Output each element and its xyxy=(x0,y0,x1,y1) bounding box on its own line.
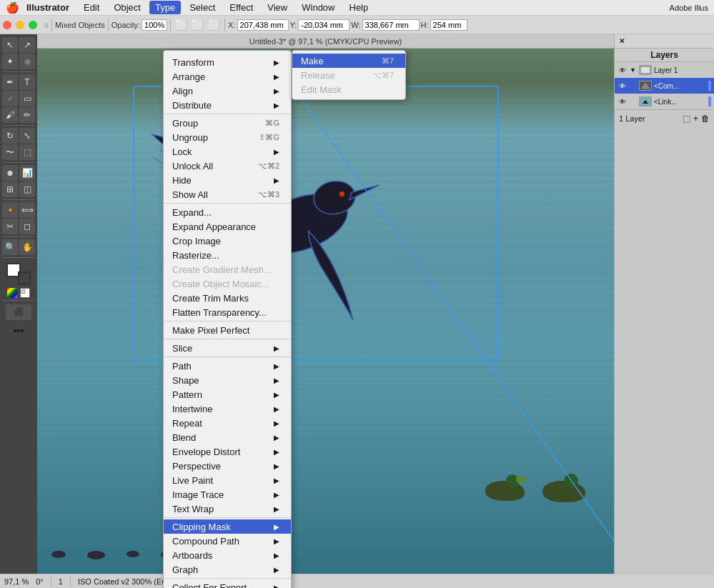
lasso-tool[interactable]: ⌾ xyxy=(19,54,35,69)
pencil-tool[interactable]: ✏ xyxy=(19,107,35,123)
layer-row-link[interactable]: 👁 <Link... xyxy=(615,94,714,109)
layer-row-com[interactable]: 👁 <Com... xyxy=(615,78,714,94)
menu-item-rasterize[interactable]: Rasterize... xyxy=(164,248,291,262)
menu-type[interactable]: Select xyxy=(184,1,221,14)
menu-item-graph[interactable]: Graph ▶ xyxy=(164,562,291,577)
minimize-button[interactable] xyxy=(16,21,24,29)
apple-menu[interactable]: 🍎 xyxy=(6,1,19,14)
symbol-sprayer-tool[interactable]: ☻ xyxy=(2,165,18,181)
menu-item-lock[interactable]: Lock ▶ xyxy=(164,144,291,159)
menu-item-crop-image[interactable]: Crop Image xyxy=(164,234,291,248)
select-tool[interactable]: ↖ xyxy=(2,37,18,53)
menu-item-hide[interactable]: Hide ▶ xyxy=(164,173,291,187)
menu-item-trim-marks[interactable]: Create Trim Marks xyxy=(164,291,291,305)
layer-expand-arrow[interactable]: ▼ xyxy=(630,66,637,74)
menu-item-expand[interactable]: Expand... xyxy=(164,205,291,219)
x-input[interactable] xyxy=(237,19,289,31)
maximize-button[interactable] xyxy=(29,21,37,29)
menu-item-show-all[interactable]: Show All ⌥⌘3 xyxy=(164,187,291,201)
menu-item-repeat[interactable]: Repeat ▶ xyxy=(164,416,291,430)
menu-select[interactable]: Effect xyxy=(224,1,259,14)
app-name: Illustrator xyxy=(26,2,69,13)
eraser-tool[interactable]: ◻ xyxy=(19,219,35,234)
menu-item-unlock-all[interactable]: Unlock All ⌥⌘2 xyxy=(164,159,291,173)
menu-item-align[interactable]: Align ▶ xyxy=(164,84,291,98)
menu-item-compound-path[interactable]: Compound Path ▶ xyxy=(164,534,291,548)
color-mode-icon[interactable] xyxy=(7,288,17,298)
menu-item-intertwine[interactable]: Intertwine ▶ xyxy=(164,402,291,416)
menu-item-live-paint[interactable]: Live Paint ▶ xyxy=(164,473,291,487)
menu-item-collect-export[interactable]: Collect For Export ▶ xyxy=(164,580,291,588)
delete-layer-icon[interactable]: 🗑 xyxy=(701,114,710,124)
menu-effect[interactable]: View xyxy=(262,1,293,14)
menu-item-path[interactable]: Path ▶ xyxy=(164,359,291,373)
line-tool[interactable]: ⟋ xyxy=(2,91,18,106)
menu-window[interactable]: Help xyxy=(344,1,375,14)
blend-tool[interactable]: ⟺ xyxy=(19,202,35,218)
mesh-tool[interactable]: ⊞ xyxy=(2,181,18,197)
menu-item-expand-appearance[interactable]: Expand Appearance xyxy=(164,219,291,234)
artboard-tool[interactable]: ⬛ xyxy=(6,304,31,320)
menu-help[interactable] xyxy=(377,6,388,9)
menu-item-artboards[interactable]: Artboards ▶ xyxy=(164,548,291,562)
make-clipping-icon[interactable]: ⬚ xyxy=(683,114,690,124)
menu-item-perspective[interactable]: Perspective ▶ xyxy=(164,459,291,473)
adobe-title: Adobe Illus xyxy=(670,4,708,12)
eyedropper-tool[interactable]: 🔸 xyxy=(2,202,18,218)
shape-tool[interactable]: ▭ xyxy=(19,91,35,106)
y-input[interactable] xyxy=(298,19,349,31)
menu-item-blend[interactable]: Blend ▶ xyxy=(164,430,291,444)
hand-tool[interactable]: ✋ xyxy=(19,239,35,255)
layer-visibility-icon[interactable]: 👁 xyxy=(618,96,628,106)
menu-item-arrange[interactable]: Arrange ▶ xyxy=(164,69,291,84)
column-graph-tool[interactable]: 📊 xyxy=(19,165,35,181)
close-button[interactable] xyxy=(3,21,11,29)
warp-tool[interactable]: 〜 xyxy=(2,144,18,160)
scale-tool[interactable]: ⤡ xyxy=(19,128,35,144)
add-layer-icon[interactable]: + xyxy=(693,114,698,124)
magic-wand-tool[interactable]: ✦ xyxy=(2,54,18,69)
panel-close-icon[interactable]: ✕ xyxy=(619,37,625,45)
submenu-item-make[interactable]: Make ⌘7 xyxy=(292,54,405,68)
align-center-icon[interactable]: ⬜ xyxy=(192,19,204,31)
menu-object[interactable]: Type xyxy=(149,1,181,14)
type-tool[interactable]: T xyxy=(19,74,35,90)
menu-item-envelope-distort[interactable]: Envelope Distort ▶ xyxy=(164,444,291,459)
zoom-tool[interactable]: 🔍 xyxy=(2,239,18,255)
direct-select-tool[interactable]: ↗ xyxy=(19,37,35,53)
align-right-icon[interactable]: ⬜ xyxy=(208,19,220,31)
menu-item-text-wrap[interactable]: Text Wrap ▶ xyxy=(164,502,291,516)
align-left-icon[interactable]: ⬜ xyxy=(175,19,187,31)
menu-item-distribute[interactable]: Distribute ▶ xyxy=(164,98,291,112)
menu-view[interactable]: Window xyxy=(296,1,340,14)
menu-item-flatten-transparency[interactable]: Flatten Transparency... xyxy=(164,305,291,319)
more-tools-button[interactable]: ••• xyxy=(14,325,24,337)
opacity-input[interactable] xyxy=(142,19,167,31)
rotate-tool[interactable]: ↻ xyxy=(2,128,18,144)
paintbrush-tool[interactable]: 🖌 xyxy=(2,107,18,123)
none-mode-icon[interactable]: ∅ xyxy=(20,288,30,298)
layer-row-1[interactable]: 👁 ▼ Layer 1 xyxy=(615,62,714,78)
layers-panel-header: ✕ xyxy=(615,34,714,49)
menu-item-image-trace[interactable]: Image Trace ▶ xyxy=(164,487,291,502)
menu-item-ungroup[interactable]: Ungroup ⇧⌘G xyxy=(164,130,291,144)
scissors-tool[interactable]: ✂ xyxy=(2,219,18,234)
menu-edit[interactable]: Object xyxy=(108,1,147,14)
menu-item-transform[interactable]: Transform ▶ xyxy=(164,55,291,69)
menu-file[interactable]: Edit xyxy=(78,1,105,14)
menu-item-pattern[interactable]: Pattern ▶ xyxy=(164,387,291,402)
layer-visibility-icon[interactable]: 👁 xyxy=(618,81,628,91)
h-input[interactable] xyxy=(430,19,467,31)
menu-item-clipping-mask[interactable]: Clipping Mask ▶ xyxy=(164,519,291,534)
layer-visibility-icon[interactable]: 👁 xyxy=(618,65,628,75)
menu-item-slice[interactable]: Slice ▶ xyxy=(164,341,291,355)
gradient-tool[interactable]: ◫ xyxy=(19,181,35,197)
w-input[interactable] xyxy=(362,19,420,31)
menu-item-shape[interactable]: Shape ▶ xyxy=(164,373,291,387)
free-transform-tool[interactable]: ⬚ xyxy=(19,144,35,160)
stroke-swatch[interactable] xyxy=(18,271,31,284)
home-icon[interactable]: ⌂ xyxy=(44,21,49,29)
menu-item-pixel-perfect[interactable]: Make Pixel Perfect xyxy=(164,323,291,337)
menu-item-group[interactable]: Group ⌘G xyxy=(164,116,291,130)
pen-tool[interactable]: ✒ xyxy=(2,74,18,90)
